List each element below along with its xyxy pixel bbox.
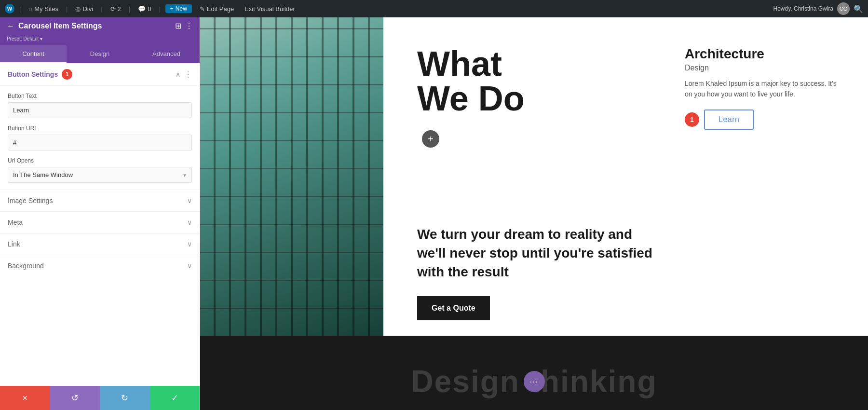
separator: | [159, 5, 160, 13]
divi-icon: ◎ [75, 5, 81, 13]
arch-subtitle: Design [685, 64, 839, 72]
separator: | [66, 5, 68, 13]
dark-section: Design thinking ··· [200, 336, 868, 410]
panel-content: Button Settings 1 ∧ ⋮ Button Text Button… [0, 63, 200, 386]
avatar: CG [837, 2, 850, 15]
back-button[interactable]: ← [7, 22, 14, 30]
howdy-text: Howdy, Christina Gwira [773, 5, 833, 12]
preview-area: WhatWe Do + Architecture Design Lorem Kh… [200, 17, 868, 410]
background-collapse-btn[interactable]: ∨ [187, 262, 192, 270]
right-content: WhatWe Do + Architecture Design Lorem Kh… [200, 17, 868, 410]
background-title: Background [8, 262, 44, 270]
arch-title: Architecture [685, 46, 839, 62]
exit-builder-link[interactable]: Exit Visual Builder [242, 5, 298, 13]
image-settings-header[interactable]: Image Settings ∨ [0, 190, 200, 211]
link-collapse-btn[interactable]: ∨ [187, 240, 192, 248]
architecture-card: Architecture Design Lorem Khaled Ipsum i… [685, 46, 839, 149]
link-section: Link ∨ [0, 233, 200, 255]
separator: | [129, 5, 130, 13]
url-opens-select-wrapper: In The Same Window In A New Tab [8, 167, 192, 183]
top-bar: W | ⌂ My Sites | ◎ Divi | ⟳ 2 | 💬 0 | + … [0, 0, 868, 17]
edit-page-link[interactable]: ✎ Edit Page [197, 5, 237, 13]
dream-section: We turn your dream to reality and we'll … [417, 225, 839, 320]
section-options-button[interactable]: ⋮ [184, 70, 192, 79]
section-actions: ∧ ⋮ [176, 70, 192, 79]
cancel-icon: × [22, 393, 27, 403]
button-settings-section-header: Button Settings 1 ∧ ⋮ [0, 63, 200, 86]
panel-header: ← Carousel Item Settings ⊞ ⋮ [0, 17, 200, 34]
save-button[interactable]: ✓ [150, 386, 200, 410]
image-settings-title: Image Settings [8, 197, 53, 205]
plus-icon: + [170, 5, 174, 12]
redo-icon: ↻ [121, 393, 128, 403]
building-overlay [200, 17, 383, 336]
cancel-button[interactable]: × [0, 386, 50, 410]
add-item-button[interactable]: + [422, 130, 439, 148]
tab-design[interactable]: Design [67, 45, 133, 63]
top-bar-left: W | ⌂ My Sites | ◎ Divi | ⟳ 2 | 💬 0 | + … [5, 4, 768, 14]
undo-button[interactable]: ↺ [50, 386, 100, 410]
button-text-field-group: Button Text [0, 86, 200, 125]
learn-button[interactable]: Learn [704, 109, 754, 130]
meta-section: Meta ∨ [0, 211, 200, 233]
image-settings-collapse-btn[interactable]: ∨ [187, 197, 192, 205]
my-sites-link[interactable]: ⌂ My Sites [26, 5, 61, 13]
button-url-field-group: Button URL [0, 125, 200, 157]
panel-title-icons: ⊞ ⋮ [175, 21, 193, 30]
button-text-label: Button Text [8, 93, 192, 99]
hero-text-side: WhatWe Do + Architecture Design Lorem Kh… [383, 17, 868, 336]
panel-title-text: Carousel Item Settings [18, 22, 102, 30]
button-url-label: Button URL [8, 125, 192, 132]
meta-title: Meta [8, 219, 23, 226]
image-settings-section: Image Settings ∨ [0, 190, 200, 211]
arch-description: Lorem Khaled Ipsum is a major key to suc… [685, 78, 839, 100]
meta-collapse-btn[interactable]: ∨ [187, 219, 192, 226]
separator: | [101, 5, 102, 13]
tab-advanced[interactable]: Advanced [133, 45, 200, 63]
preset-label[interactable]: Preset: Default ▾ [7, 36, 193, 41]
preset-area: Preset: Default ▾ [0, 34, 200, 45]
learn-badge: 1 [685, 112, 699, 127]
redo-button[interactable]: ↻ [100, 386, 150, 410]
background-section: Background ∨ [0, 255, 200, 276]
panel-tabs: Content Design Advanced [0, 45, 200, 63]
new-button[interactable]: + New [165, 4, 192, 13]
get-quote-button[interactable]: Get a Quote [417, 296, 490, 320]
purple-dots-button[interactable]: ··· [524, 371, 545, 392]
meta-header[interactable]: Meta ∨ [0, 212, 200, 233]
save-icon: ✓ [171, 393, 178, 403]
comments-link[interactable]: ⟳ 2 [108, 5, 124, 13]
comment-icon-link[interactable]: 💬 0 [135, 5, 154, 13]
collapse-button[interactable]: ∧ [176, 70, 180, 78]
url-opens-field-group: Url Opens In The Same Window In A New Ta… [0, 157, 200, 190]
home-icon: ⌂ [28, 5, 32, 13]
undo-icon: ↺ [71, 393, 79, 403]
hero-section: WhatWe Do + Architecture Design Lorem Kh… [200, 17, 868, 336]
comment-icon: 💬 [138, 5, 146, 13]
divi-link[interactable]: ◎ Divi [72, 5, 96, 13]
link-header[interactable]: Link ∨ [0, 233, 200, 255]
background-header[interactable]: Background ∨ [0, 255, 200, 276]
button-url-input[interactable] [8, 135, 192, 150]
plus-icon: + [428, 134, 434, 145]
button-text-input[interactable] [8, 102, 192, 118]
panel-title-area: ← Carousel Item Settings [7, 22, 102, 30]
learn-btn-wrapper: 1 Learn [685, 109, 839, 130]
link-title: Link [8, 240, 20, 248]
separator: | [19, 5, 21, 13]
left-panel: ← Carousel Item Settings ⊞ ⋮ Preset: Def… [0, 17, 200, 410]
url-opens-select[interactable]: In The Same Window In A New Tab [8, 167, 192, 183]
bottom-action-bar: × ↺ ↻ ✓ [0, 386, 200, 410]
button-settings-title: Button Settings 1 [8, 69, 72, 80]
tab-content[interactable]: Content [0, 45, 67, 63]
layout-button[interactable]: ⊞ [175, 21, 181, 30]
pencil-icon: ✎ [200, 5, 205, 13]
more-options-button[interactable]: ⋮ [185, 21, 193, 30]
wordpress-icon[interactable]: W [5, 4, 14, 14]
top-bar-right: Howdy, Christina Gwira CG 🔍 [773, 2, 863, 15]
url-opens-label: Url Opens [8, 157, 192, 164]
main-area: ← Carousel Item Settings ⊞ ⋮ Preset: Def… [0, 17, 868, 410]
hero-image [200, 17, 383, 336]
search-icon[interactable]: 🔍 [854, 4, 863, 14]
dream-text: We turn your dream to reality and we'll … [417, 225, 658, 282]
